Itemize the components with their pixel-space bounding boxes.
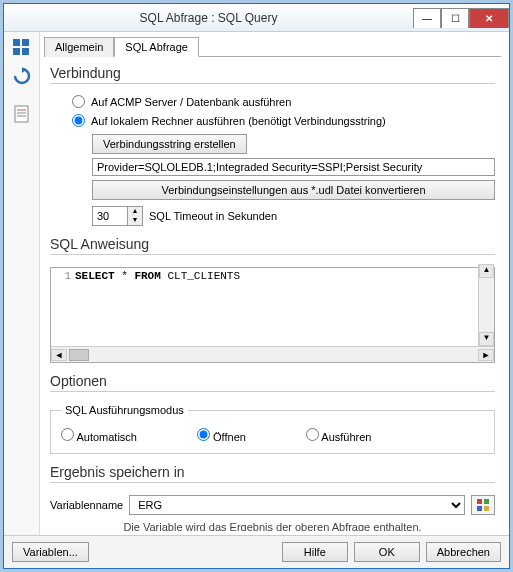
variables-button[interactable]: Variablen...: [12, 542, 89, 562]
spin-down-icon[interactable]: ▼: [128, 216, 142, 225]
exec-mode-legend: SQL Ausführungsmodus: [61, 404, 188, 416]
hscroll-thumb[interactable]: [69, 349, 89, 361]
window-title: SQL Abfrage : SQL Query: [4, 11, 413, 25]
minimize-button[interactable]: —: [413, 8, 441, 28]
cancel-button[interactable]: Abbrechen: [426, 542, 501, 562]
svg-rect-4: [15, 106, 28, 122]
radio-server-row[interactable]: Auf ACMP Server / Datenbank ausführen: [72, 95, 495, 108]
sql-editor[interactable]: 1SELECT * FROM CLT_CLIENTS ◄ ►: [50, 267, 495, 363]
radio-local[interactable]: [72, 114, 85, 127]
document-icon[interactable]: [10, 102, 34, 126]
exec-mode-group: SQL Ausführungsmodus Automatisch Öffnen …: [50, 404, 495, 454]
radio-local-label: Auf lokalem Rechner ausführen (benötigt …: [91, 115, 386, 127]
timeout-spinner[interactable]: ▲ ▼: [92, 206, 143, 226]
result-note: Die Variable wird das Ergebnis der obere…: [50, 521, 495, 531]
tab-general[interactable]: Allgemein: [44, 37, 114, 57]
scroll-left-icon[interactable]: ◄: [51, 349, 67, 361]
ok-button[interactable]: OK: [354, 542, 420, 562]
refresh-icon[interactable]: [10, 64, 34, 88]
svg-rect-8: [477, 499, 482, 504]
radio-exec[interactable]: [306, 428, 319, 441]
vscrollbar[interactable]: ▲ ▼: [478, 264, 494, 346]
section-result-title: Ergebnis speichern in: [50, 464, 495, 480]
titlebar: SQL Abfrage : SQL Query — ☐ ✕: [4, 4, 509, 32]
scroll-right-icon[interactable]: ►: [478, 349, 494, 361]
svg-rect-9: [484, 499, 489, 504]
radio-open-row[interactable]: Öffnen: [197, 428, 246, 443]
sidebar: [4, 32, 40, 535]
help-button[interactable]: Hilfe: [282, 542, 348, 562]
dialog-window: SQL Abfrage : SQL Query — ☐ ✕ Allgemein …: [3, 3, 510, 569]
radio-auto[interactable]: [61, 428, 74, 441]
tab-sql[interactable]: SQL Abfrage: [114, 37, 199, 57]
svg-rect-3: [22, 48, 29, 55]
svg-rect-11: [484, 506, 489, 511]
scroll-up-icon[interactable]: ▲: [479, 264, 494, 278]
create-connstring-button[interactable]: Verbindungsstring erstellen: [92, 134, 247, 154]
maximize-button[interactable]: ☐: [441, 8, 469, 28]
convert-udl-button[interactable]: Verbindungseinstellungen aus *.udl Datei…: [92, 180, 495, 200]
svg-rect-2: [13, 48, 20, 55]
scroll-down-icon[interactable]: ▼: [479, 332, 494, 346]
svg-rect-10: [477, 506, 482, 511]
varname-label: Variablenname: [50, 499, 123, 511]
line-number: 1: [55, 270, 71, 282]
radio-exec-row[interactable]: Ausführen: [306, 428, 372, 443]
palette-icon[interactable]: [471, 495, 495, 515]
radio-open[interactable]: [197, 428, 210, 441]
hscrollbar[interactable]: ◄ ►: [51, 346, 494, 362]
spin-up-icon[interactable]: ▲: [128, 207, 142, 216]
radio-server-label: Auf ACMP Server / Datenbank ausführen: [91, 96, 291, 108]
radio-auto-row[interactable]: Automatisch: [61, 428, 137, 443]
section-options-title: Optionen: [50, 373, 495, 389]
radio-server[interactable]: [72, 95, 85, 108]
svg-rect-1: [22, 39, 29, 46]
grid-icon[interactable]: [10, 36, 34, 60]
svg-rect-0: [13, 39, 20, 46]
section-connection-title: Verbindung: [50, 65, 495, 81]
dialog-footer: Variablen... Hilfe OK Abbrechen: [4, 535, 509, 568]
tab-bar: Allgemein SQL Abfrage: [44, 36, 501, 57]
section-statement-title: SQL Anweisung: [50, 236, 495, 252]
timeout-label: SQL Timeout in Sekunden: [149, 210, 277, 222]
timeout-input[interactable]: [93, 207, 127, 225]
radio-local-row[interactable]: Auf lokalem Rechner ausführen (benötigt …: [72, 114, 495, 127]
varname-select[interactable]: ERG: [129, 495, 465, 515]
connstring-input[interactable]: [92, 158, 495, 176]
close-button[interactable]: ✕: [469, 8, 509, 28]
